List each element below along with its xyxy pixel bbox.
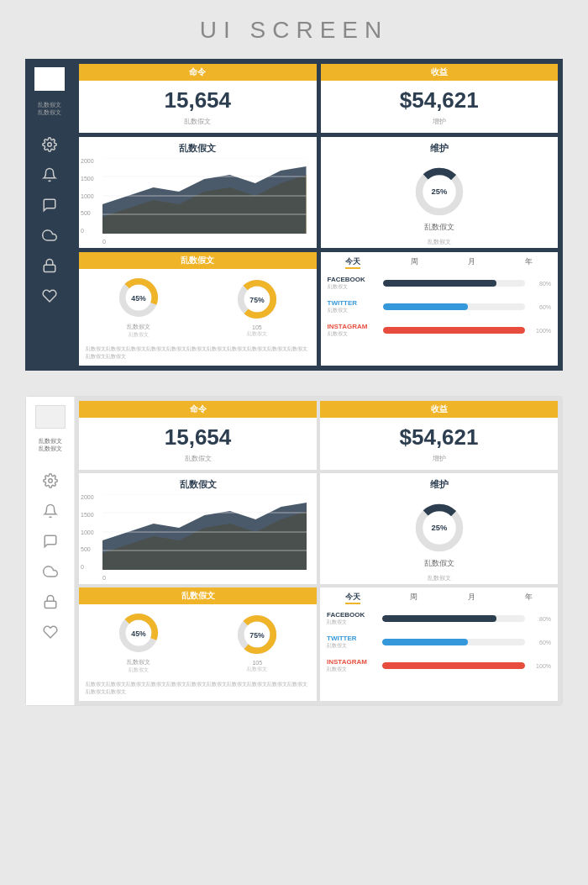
facebook-row: FACEBOOK 乱数假文 80% (321, 271, 559, 295)
tab-today-2[interactable]: 今天 (345, 592, 360, 604)
social-card: 今天 周 月 年 FACEBOOK 乱数假文 80% TWITTER (321, 252, 559, 366)
two-donut-header: 乱数假文 (79, 252, 317, 269)
svg-text:75%: 75% (250, 630, 265, 639)
instagram-label-2: INSTAGRAM 乱数假文 (327, 658, 377, 673)
twitter-row-2: TWITTER 乱数假文 60% (320, 630, 558, 654)
donut2-label: 105 (252, 324, 262, 330)
facebook-name: FACEBOOK (328, 276, 378, 283)
donut1-label: 乱数假文 (127, 323, 150, 331)
svg-rect-1 (44, 265, 55, 271)
revenue-card-2: 收益 $54,621 增护 (320, 401, 558, 470)
facebook-pct: 80% (530, 281, 551, 287)
tab-month-2[interactable]: 月 (468, 592, 475, 604)
lock-icon[interactable] (40, 256, 59, 275)
twitter-bar-col (383, 303, 526, 310)
donut1-sublabel: 乱数假文 (129, 331, 149, 339)
heart-icon-2[interactable] (41, 623, 60, 641)
bottom-text-2: 乱数假文乱数假文乱数假文乱数假文乱数假文乱数假文乱数假文乱数假文乱数假文乱数假文… (79, 681, 317, 701)
instagram-pct: 100% (530, 328, 551, 334)
svg-rect-18 (45, 601, 56, 608)
donut-label-2: 乱数假文 (424, 558, 454, 574)
y-axis: 2000 1500 1000 500 0 (81, 158, 94, 234)
facebook-bar-col-2 (382, 615, 525, 622)
sidebar: 乱数假文 乱数假文 (25, 59, 74, 371)
instagram-row: INSTAGRAM 乱数假文 100% (321, 319, 559, 342)
twitter-name: TWITTER (328, 299, 378, 307)
instagram-bar-col-2 (382, 662, 525, 669)
heart-icon[interactable] (40, 287, 59, 305)
line-chart-title-2: 乱数假文 (79, 473, 317, 494)
line-chart-area-2: 2000 1500 1000 500 0 (102, 494, 307, 570)
facebook-desc-2: 乱数假文 (327, 619, 377, 626)
facebook-label-2: FACEBOOK 乱数假文 (327, 611, 377, 626)
sidebar-logo (34, 67, 65, 91)
svg-text:25%: 25% (431, 523, 447, 532)
cmd-card-2: 命令 15,654 乱数假文 (79, 401, 317, 470)
facebook-label: FACEBOOK 乱数假文 (328, 276, 378, 291)
line-chart-card: 乱数假文 2000 1500 1000 500 0 (79, 137, 317, 248)
gear-icon[interactable] (40, 135, 59, 154)
x-axis-label-2: 0 (102, 575, 317, 584)
svg-text:45%: 45% (131, 294, 146, 303)
twitter-pct: 60% (530, 304, 551, 310)
donut-card-2: 维护 25% 乱数假文 乱数假文 (320, 473, 558, 584)
line-chart-area: 2000 1500 1000 500 0 (102, 158, 307, 234)
line-chart-svg-2 (102, 494, 307, 570)
donut-label: 乱数假文 (424, 222, 454, 238)
tab-month[interactable]: 月 (468, 256, 475, 269)
revenue-card: 收益 $54,621 增护 (321, 64, 559, 133)
cmd-sub-2: 乱数假文 (79, 454, 317, 470)
svg-point-17 (48, 479, 52, 483)
facebook-row-2: FACEBOOK 乱数假文 80% (320, 607, 558, 630)
twitter-desc-2: 乱数假文 (327, 642, 377, 650)
tab-today[interactable]: 今天 (345, 256, 360, 269)
facebook-desc: 乱数假文 (328, 283, 378, 291)
instagram-pct-2: 100% (530, 663, 551, 669)
chat-icon-2[interactable] (41, 532, 60, 550)
cloud-icon[interactable] (40, 226, 59, 245)
twitter-name-2: TWITTER (327, 635, 377, 642)
sidebar-user-name: 乱数假文 乱数假文 (38, 101, 61, 116)
cloud-icon-2[interactable] (41, 562, 60, 581)
sidebar-logo-2 (35, 405, 66, 429)
svg-text:45%: 45% (131, 630, 146, 638)
facebook-bar-col (383, 280, 526, 287)
sidebar-2: 乱数假文 乱数假文 (26, 397, 75, 705)
tab-year-2[interactable]: 年 (525, 592, 533, 604)
line-chart-svg (102, 158, 307, 234)
bell-icon-2[interactable] (41, 502, 60, 520)
donut-title: 维护 (430, 137, 449, 158)
donut-card: 维护 25% 乱数假文 乱数假文 (321, 137, 559, 248)
bell-icon[interactable] (40, 166, 59, 184)
donut1-svg-2: 45% (117, 611, 160, 655)
svg-text:25%: 25% (431, 187, 447, 196)
cmd-header: 命令 (79, 64, 317, 81)
gear-icon-2[interactable] (41, 471, 60, 490)
two-donut-row-2: 45% 乱数假文 乱数假文 75% 105 乱数假文 (79, 604, 317, 681)
social-tabs-row: 今天 周 月 年 (321, 252, 559, 271)
sidebar-user-name-2: 乱数假文 乱数假文 (39, 437, 62, 452)
page-title: UI SCREEN (200, 17, 388, 44)
line-chart-title: 乱数假文 (79, 137, 317, 158)
facebook-pct-2: 80% (530, 616, 551, 622)
revenue-header: 收益 (321, 64, 559, 81)
instagram-row-2: INSTAGRAM 乱数假文 100% (320, 654, 558, 677)
donut2-sublabel-2: 乱数假文 (247, 666, 267, 673)
revenue-header-2: 收益 (320, 401, 558, 418)
donut2-label-2: 105 (252, 660, 262, 666)
tab-year[interactable]: 年 (525, 256, 533, 269)
chat-icon[interactable] (40, 196, 59, 214)
cmd-number-2: 15,654 (79, 418, 317, 454)
donut-sub: 乱数假文 (428, 238, 451, 246)
tab-week-2[interactable]: 周 (410, 592, 417, 604)
tab-week[interactable]: 周 (411, 256, 418, 269)
donut-item-2-2: 75% 105 乱数假文 (235, 613, 279, 673)
instagram-name: INSTAGRAM (328, 323, 378, 330)
twitter-desc: 乱数假文 (328, 307, 378, 314)
instagram-label: INSTAGRAM 乱数假文 (328, 323, 378, 338)
svg-text:75%: 75% (249, 295, 265, 303)
lock-icon-2[interactable] (41, 593, 60, 611)
donut-item-1: 45% 乱数假文 乱数假文 (117, 276, 160, 339)
donut1-svg: 45% (117, 276, 160, 319)
donut-svg: 25% (414, 166, 465, 217)
